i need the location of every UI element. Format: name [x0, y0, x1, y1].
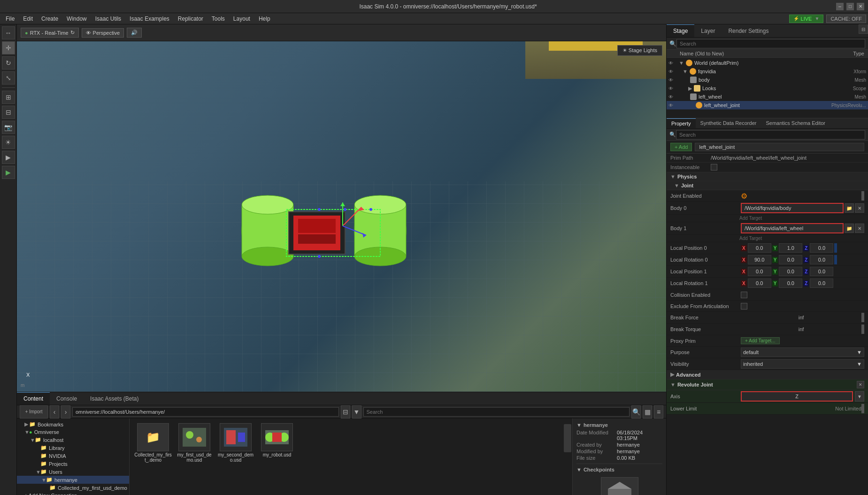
- tree-item-bookmarks[interactable]: ▶ 📁 Bookmarks: [17, 420, 129, 428]
- select-tool-btn[interactable]: ↔: [2, 26, 15, 39]
- tree-item-nvidia[interactable]: 📁 NVIDIA: [17, 452, 129, 460]
- body0-clear-btn[interactable]: ✕: [855, 203, 864, 213]
- import-button[interactable]: + Import: [20, 405, 48, 418]
- tree-item-users[interactable]: ▼ 📁 Users: [17, 468, 129, 476]
- camera-perspective-btn[interactable]: 👁 Perspective: [82, 28, 124, 38]
- body1-clear-btn[interactable]: ✕: [855, 224, 864, 233]
- local-pos1-y[interactable]: [779, 267, 802, 276]
- tree-item-library[interactable]: 📁 Library: [17, 444, 129, 452]
- viewport-3d[interactable]: X m ☀ Stage Lights: [17, 41, 666, 392]
- tab-synthetic-data-recorder[interactable]: Synthetic Data Recorder: [696, 118, 761, 128]
- tree-item-projects[interactable]: 📁 Projects: [17, 460, 129, 468]
- menu-window[interactable]: Window: [63, 15, 91, 23]
- local-pos1-x[interactable]: [748, 267, 771, 276]
- revolute-close-btn[interactable]: ✕: [857, 381, 864, 388]
- grid-btn[interactable]: ⊟: [2, 106, 15, 119]
- camera-btn[interactable]: 📷: [2, 121, 15, 134]
- stage-item-left-wheel-joint[interactable]: 👁 left_wheel_joint PhysicsRevolu...: [667, 101, 868, 109]
- move-tool-btn[interactable]: ✛: [2, 41, 15, 54]
- filter-button[interactable]: ⊟: [341, 405, 350, 418]
- play-btn[interactable]: ▶: [2, 166, 15, 179]
- rotate-tool-btn[interactable]: ↻: [2, 56, 15, 70]
- tab-layer[interactable]: Layer: [694, 24, 722, 37]
- tab-stage[interactable]: Stage: [667, 24, 694, 37]
- tree-item-localhost[interactable]: ▼ 📁 localhost: [17, 436, 129, 444]
- tab-console[interactable]: Console: [50, 392, 84, 405]
- menu-help[interactable]: Help: [255, 15, 274, 23]
- file-item-robot-usd[interactable]: my_robot.usd: [258, 423, 296, 463]
- menu-create[interactable]: Create: [38, 15, 62, 23]
- tab-content[interactable]: Content: [17, 392, 50, 405]
- stage-search-input[interactable]: [676, 39, 865, 48]
- menu-isaac-examples[interactable]: Isaac Examples: [126, 15, 173, 23]
- file-item-collected[interactable]: 📁 Collected_my_first_.demo: [134, 423, 172, 463]
- body0-folder-btn[interactable]: 📁: [845, 203, 854, 213]
- axis-dropdown-btn[interactable]: ▼: [855, 391, 864, 402]
- props-search-input[interactable]: [676, 130, 865, 139]
- exclude-articulation-checkbox[interactable]: [741, 303, 747, 309]
- stage-item-world[interactable]: 👁 ▼ World (defaultPrim): [667, 59, 868, 67]
- physics-section-header[interactable]: ▼ Physics: [667, 172, 868, 181]
- advanced-section-header[interactable]: ▶ Advanced: [667, 370, 868, 379]
- local-rot1-x[interactable]: [748, 278, 771, 288]
- stage-item-body[interactable]: 👁 body Mesh: [667, 76, 868, 84]
- visibility-dropdown[interactable]: inherited ▼: [741, 359, 864, 369]
- tree-item-hermanye[interactable]: ▼ 📁 hermanye: [17, 476, 129, 484]
- back-button[interactable]: ‹: [50, 405, 59, 418]
- stage-lights-button[interactable]: ☀ Stage Lights: [617, 45, 662, 56]
- restore-button[interactable]: □: [846, 3, 854, 10]
- local-pos0-z[interactable]: [810, 243, 833, 253]
- minimize-button[interactable]: –: [836, 3, 844, 10]
- collision-checkbox[interactable]: [741, 292, 747, 298]
- add-property-button[interactable]: + Add: [670, 143, 692, 151]
- forward-button[interactable]: ›: [61, 405, 70, 418]
- tab-semantics-schema-editor[interactable]: Semantics Schema Editor: [761, 118, 830, 128]
- local-pos1-z[interactable]: [810, 267, 833, 276]
- audio-btn[interactable]: 🔊: [127, 28, 142, 38]
- body1-field[interactable]: /World/fqnvidia/left_wheel: [741, 223, 844, 233]
- filter2-button[interactable]: ▼: [352, 405, 361, 418]
- menu-layout[interactable]: Layout: [230, 15, 254, 23]
- menu-tools[interactable]: Tools: [208, 15, 229, 23]
- instanceable-checkbox[interactable]: [711, 164, 717, 170]
- stage-filter-btn[interactable]: ⊟: [859, 24, 868, 34]
- menu-replicator[interactable]: Replicator: [174, 15, 207, 23]
- tree-item-omniverse[interactable]: ▼ ● Omniverse: [17, 428, 129, 436]
- scale-tool-btn[interactable]: ⤡: [2, 71, 15, 85]
- tree-item-add-connection[interactable]: + Add New Connection ...: [17, 492, 129, 495]
- purpose-dropdown[interactable]: default ▼: [741, 348, 864, 357]
- search-button[interactable]: 🔍: [631, 405, 641, 418]
- joint-section-header[interactable]: ▼ Joint: [667, 181, 868, 190]
- stage-item-fqnvidia[interactable]: 👁 ▼ fqnvidia Xform: [667, 67, 868, 76]
- list-view-button[interactable]: ≡: [654, 405, 663, 418]
- local-pos0-y[interactable]: [779, 243, 802, 253]
- local-rot1-y[interactable]: [779, 278, 802, 288]
- tab-render-settings[interactable]: Render Settings: [722, 24, 775, 37]
- light-btn[interactable]: ☀: [2, 136, 15, 149]
- file-item-first-usd[interactable]: my_first_usd_demo.usd: [176, 423, 213, 463]
- local-rot0-y[interactable]: [779, 255, 802, 264]
- body0-field[interactable]: /World/fqnvidia/body: [741, 203, 844, 213]
- tab-isaac-assets[interactable]: Isaac Assets (Beta): [84, 392, 145, 405]
- stage-item-looks[interactable]: 👁 ▶ Looks Scope: [667, 84, 868, 93]
- stage-item-left-wheel[interactable]: 👁 left_wheel Mesh: [667, 93, 868, 101]
- local-rot1-z[interactable]: [810, 278, 833, 288]
- file-item-second-usd[interactable]: my_second_demo.usd: [217, 423, 254, 463]
- renderer-select[interactable]: ● RTX - Real-Time ↻: [21, 28, 79, 38]
- menu-edit[interactable]: Edit: [19, 15, 37, 23]
- search-input[interactable]: [363, 407, 630, 417]
- grid-view-button[interactable]: ▦: [643, 405, 652, 418]
- revolute-section-header[interactable]: ▼ Revolute Joint ✕: [667, 379, 868, 390]
- tree-item-collected[interactable]: 📁 Collected_my_first_usd_demo: [17, 484, 129, 492]
- menu-isaac-utils[interactable]: Isaac Utils: [92, 15, 125, 23]
- proxy-add-target-btn[interactable]: + Add Target...: [741, 337, 780, 344]
- snap-btn[interactable]: ⊞: [2, 91, 15, 104]
- local-pos0-x[interactable]: [748, 243, 771, 253]
- menu-file[interactable]: File: [2, 15, 18, 23]
- local-rot0-x[interactable]: [748, 255, 771, 264]
- tab-property[interactable]: Property: [667, 118, 696, 128]
- physics-btn[interactable]: ▶: [2, 151, 15, 164]
- close-button[interactable]: ✕: [857, 3, 864, 10]
- local-rot0-z[interactable]: [810, 255, 833, 264]
- body1-folder-btn[interactable]: 📁: [845, 224, 854, 233]
